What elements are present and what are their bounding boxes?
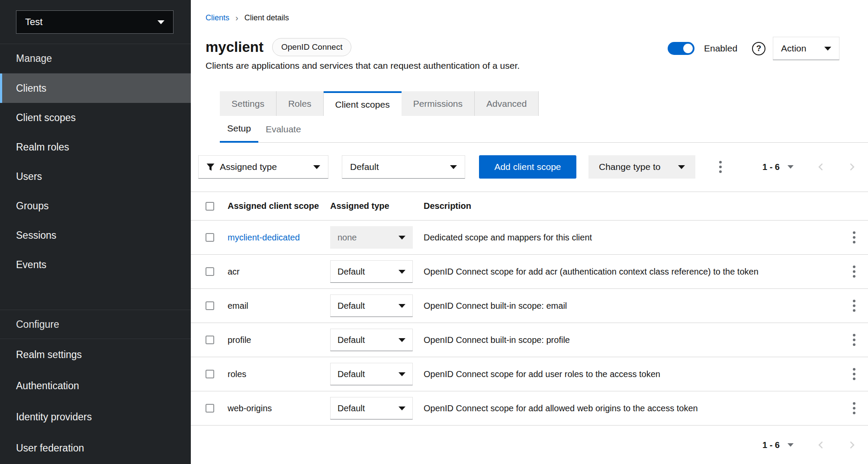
pagination-range[interactable]: 1 - 6 bbox=[762, 440, 780, 450]
chevron-left-icon[interactable] bbox=[817, 440, 825, 450]
table-row: myclient-dedicated none Dedicated scope … bbox=[191, 221, 868, 255]
assigned-type-select[interactable]: Default bbox=[330, 363, 413, 385]
assigned-type-select[interactable]: Default bbox=[330, 294, 413, 317]
sidebar-item-sessions[interactable]: Sessions bbox=[0, 221, 191, 250]
toolbar-kebab-menu[interactable] bbox=[715, 157, 726, 177]
row-kebab-menu[interactable] bbox=[849, 262, 859, 282]
caret-down-icon bbox=[788, 165, 794, 169]
app-window: Test Manage Clients Client scopes Realm … bbox=[0, 0, 868, 464]
row-kebab-menu[interactable] bbox=[849, 296, 859, 316]
tab-advanced[interactable]: Advanced bbox=[475, 91, 539, 116]
nav-section: Configure Realm settings Authentication … bbox=[0, 310, 191, 464]
row-checkbox[interactable] bbox=[206, 267, 214, 276]
type-value-label: Default bbox=[350, 162, 379, 172]
tab-evaluate[interactable]: Evaluate bbox=[258, 116, 309, 143]
realm-name: Test bbox=[25, 16, 42, 28]
sidebar-item-users[interactable]: Users bbox=[0, 162, 191, 191]
sidebar-item-identity-providers[interactable]: Identity providers bbox=[0, 401, 191, 432]
tab-settings[interactable]: Settings bbox=[220, 91, 276, 116]
table-row: web-origins Default OpenID Connect scope… bbox=[191, 391, 868, 426]
row-kebab-menu[interactable] bbox=[849, 330, 859, 350]
table-row: acr Default OpenID Connect scope for add… bbox=[191, 255, 868, 289]
sidebar-item-events[interactable]: Events bbox=[0, 250, 191, 279]
table-header-row: Assigned client scope Assigned type Desc… bbox=[191, 192, 868, 221]
pagination-bottom: 1 - 6 bbox=[762, 440, 856, 450]
row-checkbox[interactable] bbox=[206, 301, 214, 310]
chevron-left-icon[interactable] bbox=[817, 162, 825, 172]
table-row: email Default OpenID Connect built-in sc… bbox=[191, 289, 868, 323]
tab-roles[interactable]: Roles bbox=[276, 91, 324, 116]
tab-client-scopes[interactable]: Client scopes bbox=[324, 91, 402, 116]
caret-down-icon bbox=[399, 338, 405, 342]
caret-down-icon bbox=[313, 165, 320, 169]
caret-down-icon bbox=[788, 443, 794, 447]
realm-selector[interactable]: Test bbox=[16, 10, 174, 34]
scope-name-link[interactable]: myclient-dedicated bbox=[228, 233, 330, 243]
caret-down-icon bbox=[399, 236, 405, 240]
assigned-type-select[interactable]: Default bbox=[330, 260, 413, 283]
row-kebab-menu[interactable] bbox=[849, 399, 859, 418]
subtab-bar: SetupEvaluate bbox=[220, 116, 868, 143]
action-dropdown-label: Action bbox=[781, 43, 806, 54]
scope-name-link: email bbox=[228, 301, 330, 311]
help-icon[interactable]: ? bbox=[752, 42, 765, 55]
row-checkbox[interactable] bbox=[206, 404, 214, 413]
sidebar-item-clients[interactable]: Clients bbox=[0, 74, 191, 103]
select-all-checkbox[interactable] bbox=[206, 202, 214, 211]
assigned-type-value: Default bbox=[338, 301, 365, 311]
sidebar-item-authentication[interactable]: Authentication bbox=[0, 370, 191, 401]
column-header-assigned-type: Assigned type bbox=[330, 201, 424, 211]
sidebar-item-client-scopes[interactable]: Client scopes bbox=[0, 103, 191, 132]
caret-down-icon bbox=[824, 47, 831, 51]
row-kebab-menu[interactable] bbox=[849, 228, 859, 247]
assigned-type-select[interactable]: Default bbox=[330, 329, 413, 351]
assigned-type-select[interactable]: Default bbox=[330, 397, 413, 419]
row-checkbox[interactable] bbox=[206, 370, 214, 378]
row-checkbox[interactable] bbox=[206, 233, 214, 242]
caret-down-icon bbox=[399, 406, 405, 410]
row-description: Dedicated scope and mappers for this cli… bbox=[424, 233, 840, 243]
filter-select-label: Assigned type bbox=[220, 162, 277, 172]
sidebar-item-realm-settings[interactable]: Realm settings bbox=[0, 339, 191, 370]
breadcrumb: Clients › Client details bbox=[206, 13, 289, 23]
assigned-type-select[interactable]: none bbox=[330, 226, 413, 249]
action-dropdown[interactable]: Action bbox=[773, 37, 839, 60]
enabled-toggle[interactable] bbox=[668, 42, 694, 55]
sidebar-header: Test bbox=[0, 0, 191, 44]
column-header-description: Description bbox=[424, 201, 840, 211]
sidebar-item-realm-roles[interactable]: Realm roles bbox=[0, 132, 191, 162]
change-type-to-button[interactable]: Change type to bbox=[588, 155, 695, 179]
toggle-knob bbox=[683, 44, 693, 53]
tab-permissions[interactable]: Permissions bbox=[402, 91, 475, 116]
pagination-bottom-wrap: 1 - 6 bbox=[762, 426, 856, 464]
breadcrumb-chevron-icon: › bbox=[235, 13, 238, 23]
caret-down-icon bbox=[450, 165, 457, 169]
add-client-scope-button[interactable]: Add client scope bbox=[479, 155, 576, 179]
scope-name-link: profile bbox=[228, 335, 330, 345]
row-kebab-menu[interactable] bbox=[849, 365, 859, 384]
caret-down-icon bbox=[678, 165, 685, 169]
assigned-type-filter-select[interactable]: Assigned type bbox=[198, 155, 328, 179]
nav-section-label: Manage bbox=[0, 44, 191, 74]
row-description: OpenID Connect built-in scope: email bbox=[424, 301, 840, 311]
assigned-type-value: Default bbox=[338, 369, 365, 379]
assigned-type-value: none bbox=[338, 233, 357, 243]
pagination-range[interactable]: 1 - 6 bbox=[762, 162, 780, 172]
chevron-right-icon[interactable] bbox=[848, 162, 856, 172]
tab-setup[interactable]: Setup bbox=[220, 116, 258, 143]
assigned-type-value: Default bbox=[338, 403, 365, 413]
column-header-assigned-client-scope: Assigned client scope bbox=[228, 201, 330, 211]
chevron-right-icon[interactable] bbox=[848, 440, 856, 450]
row-checkbox[interactable] bbox=[206, 336, 214, 344]
toolbar: Assigned type Default Add client scope C… bbox=[191, 155, 856, 179]
page-title: myclient bbox=[206, 39, 264, 55]
assigned-type-value: Default bbox=[338, 267, 365, 277]
breadcrumb-link-clients[interactable]: Clients bbox=[206, 13, 229, 22]
scope-name-link: roles bbox=[228, 369, 330, 379]
type-value-select[interactable]: Default bbox=[342, 155, 465, 179]
sidebar-item-groups[interactable]: Groups bbox=[0, 191, 191, 221]
nav-section: Manage Clients Client scopes Realm roles… bbox=[0, 44, 191, 279]
nav-item-list: Realm settings Authentication Identity p… bbox=[0, 339, 191, 464]
row-description: OpenID Connect built-in scope: profile bbox=[424, 335, 840, 345]
sidebar-item-user-federation[interactable]: User federation bbox=[0, 432, 191, 464]
